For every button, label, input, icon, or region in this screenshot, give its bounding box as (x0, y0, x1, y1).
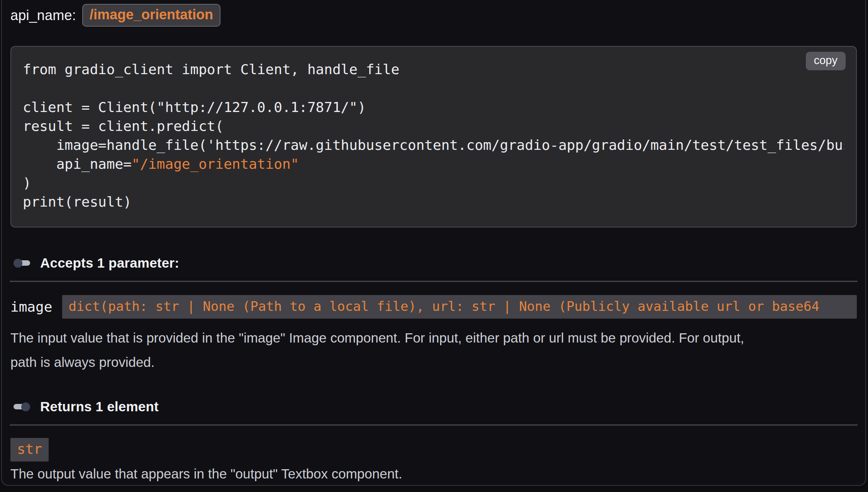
code-line: result = client.predict( (23, 117, 844, 136)
code-line (23, 79, 844, 98)
code-line: print(result) (23, 192, 844, 211)
parameter-description: The input value that is provided in the … (10, 326, 857, 374)
api-name-badge: /image_orientation (82, 4, 220, 27)
accepts-section-heading: Accepts 1 parameter: (10, 255, 857, 271)
code-line: api_name="/image_orientation" (23, 154, 844, 173)
returns-section-heading: Returns 1 element (10, 399, 857, 414)
code-line: from gradio_client import Client, handle… (23, 60, 844, 79)
copy-button[interactable]: copy (806, 52, 846, 70)
code-line: client = Client("http://127.0.0.1:7871/"… (23, 98, 844, 117)
accepts-heading-text: Accepts 1 parameter: (40, 255, 179, 271)
section-divider (10, 424, 858, 426)
code-line: image=handle_file('https://raw.githubuse… (23, 136, 844, 154)
api-docs-page: api_name: /image_orientation copy from g… (0, 0, 868, 492)
parameter-row: image dict(path: str | None (Path to a l… (10, 295, 857, 319)
parameter-type-badge: dict(path: str | None (Path to a local f… (62, 295, 857, 319)
parameter-pill-icon (14, 259, 30, 268)
pill-knob (21, 402, 30, 411)
return-pill-icon (14, 402, 30, 411)
return-description: The output value that appears in the "ou… (10, 466, 857, 482)
api-name-header: api_name: /image_orientation (10, 3, 857, 27)
returns-heading-text: Returns 1 element (40, 399, 159, 414)
api-name-label: api_name: (10, 7, 76, 24)
section-divider (10, 281, 858, 282)
code-line: ) (23, 173, 844, 192)
api-endpoint-card: api_name: /image_orientation copy from g… (1, 0, 866, 486)
parameter-name: image (10, 299, 52, 315)
return-type-badge: str (10, 438, 49, 461)
code-snippet: from gradio_client import Client, handle… (23, 60, 844, 211)
code-snippet-block: copy from gradio_client import Client, h… (10, 46, 857, 227)
pill-knob (14, 259, 22, 268)
